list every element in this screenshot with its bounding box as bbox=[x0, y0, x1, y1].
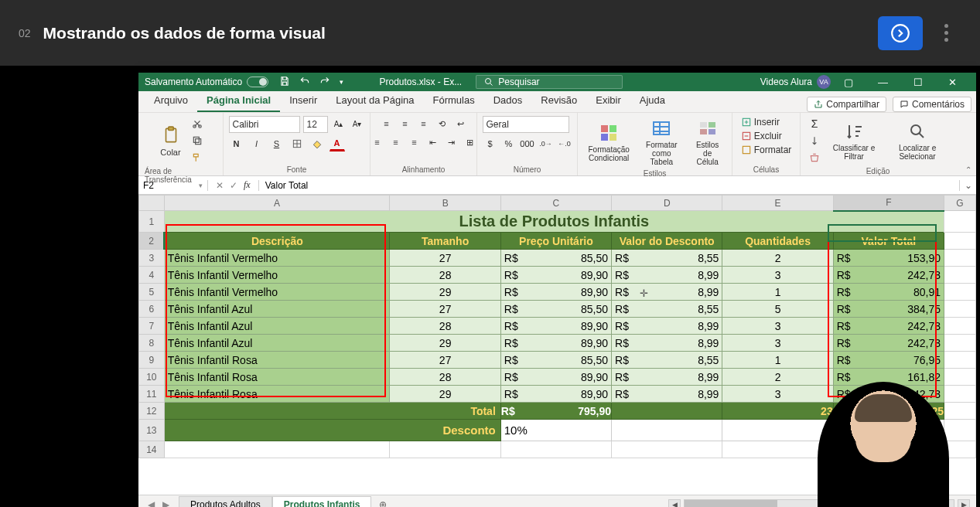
bold-icon[interactable]: N bbox=[229, 136, 244, 151]
col-header-F[interactable]: F bbox=[833, 196, 944, 211]
table-cell[interactable]: R$242,73 bbox=[833, 335, 944, 352]
menu-fórmulas[interactable]: Fórmulas bbox=[424, 90, 484, 112]
col-header-cell[interactable]: Preço Unitário bbox=[500, 233, 611, 250]
col-header-A[interactable]: A bbox=[164, 196, 390, 211]
sheet-tab[interactable]: Produtos Infantis bbox=[272, 496, 372, 507]
row-header-14[interactable]: 14 bbox=[139, 441, 165, 458]
enter-formula-icon[interactable]: ✓ bbox=[230, 180, 237, 191]
table-cell[interactable]: 27 bbox=[390, 301, 500, 318]
row-header-2[interactable]: 2 bbox=[139, 233, 165, 250]
row-header-4[interactable]: 4 bbox=[139, 267, 165, 284]
increase-font-icon[interactable]: A▴ bbox=[331, 116, 347, 131]
table-cell[interactable]: R$80,91 bbox=[833, 284, 944, 301]
align-center-icon[interactable]: ≡ bbox=[388, 134, 404, 150]
table-cell[interactable]: R$8,99 bbox=[612, 318, 722, 335]
table-cell[interactable]: R$8,99 bbox=[612, 267, 722, 284]
conditional-formatting-button[interactable]: Formatação Condicional bbox=[584, 121, 633, 164]
col-header-cell[interactable]: Quantidades bbox=[722, 233, 833, 250]
paste-button[interactable]: Colar bbox=[157, 123, 185, 158]
sheet-tab[interactable]: Produtos Adultos bbox=[179, 496, 272, 507]
table-cell[interactable]: Tênis Infantil Azul bbox=[164, 301, 390, 318]
autosum-icon[interactable]: Σ bbox=[807, 116, 822, 131]
table-cell[interactable]: Tênis Infantil Vermelho bbox=[164, 267, 390, 284]
delete-cells-button[interactable]: Excluir bbox=[739, 130, 784, 142]
find-select-button[interactable]: Localizar e Selecionar bbox=[886, 119, 949, 162]
fill-color-icon[interactable] bbox=[309, 136, 325, 151]
table-cell[interactable]: R$89,90 bbox=[500, 369, 611, 386]
font-color-icon[interactable]: A bbox=[330, 136, 345, 151]
align-top-icon[interactable]: ≡ bbox=[379, 116, 394, 131]
col-header-cell[interactable]: Descrição bbox=[164, 233, 390, 250]
table-cell[interactable]: R$384,75 bbox=[833, 301, 944, 318]
clear-icon[interactable] bbox=[807, 150, 822, 165]
number-format-select[interactable]: Geral bbox=[483, 116, 569, 133]
cell-styles-button[interactable]: Estilos de Célula bbox=[689, 116, 726, 168]
table-cell[interactable]: Tênis Infantil Vermelho bbox=[164, 284, 390, 301]
menu-ajuda[interactable]: Ajuda bbox=[630, 90, 674, 112]
row-header-5[interactable]: 5 bbox=[139, 284, 165, 301]
decrease-decimal-icon[interactable]: ←.0 bbox=[557, 136, 572, 151]
align-bottom-icon[interactable]: ≡ bbox=[416, 116, 432, 131]
menu-dados[interactable]: Dados bbox=[484, 90, 532, 112]
row-header-10[interactable]: 10 bbox=[139, 369, 165, 386]
table-cell[interactable]: 28 bbox=[390, 369, 500, 386]
table-cell[interactable]: R$89,90 bbox=[500, 318, 611, 335]
total-desconto[interactable] bbox=[612, 403, 722, 420]
minimize-icon[interactable]: — bbox=[866, 77, 900, 88]
save-icon[interactable] bbox=[279, 76, 290, 89]
table-cell[interactable]: 3 bbox=[722, 386, 833, 403]
decrease-font-icon[interactable]: A▾ bbox=[350, 116, 365, 131]
table-cell[interactable]: Tênis Infantil Vermelho bbox=[164, 250, 390, 267]
table-cell[interactable]: R$242,73 bbox=[833, 318, 944, 335]
col-header-B[interactable]: B bbox=[390, 196, 500, 211]
col-header-cell[interactable]: Valor Total bbox=[833, 233, 944, 250]
col-header-cell[interactable]: Valor do Desconto bbox=[612, 233, 722, 250]
font-family-select[interactable]: Calibri bbox=[229, 116, 300, 133]
table-cell[interactable]: 2 bbox=[722, 250, 833, 267]
table-cell[interactable]: 29 bbox=[390, 386, 500, 403]
row-header-6[interactable]: 6 bbox=[139, 301, 165, 318]
row-header-3[interactable]: 3 bbox=[139, 250, 165, 267]
table-title[interactable]: Lista de Produtos Infantis bbox=[164, 211, 944, 233]
select-all-corner[interactable] bbox=[139, 196, 165, 211]
collapse-ribbon-icon[interactable]: ⌃ bbox=[965, 165, 971, 174]
table-cell[interactable]: 3 bbox=[722, 267, 833, 284]
col-header-C[interactable]: C bbox=[500, 196, 611, 211]
font-size-select[interactable]: 12 bbox=[303, 116, 328, 133]
row-header-1[interactable]: 1 bbox=[139, 211, 165, 233]
row-header-13[interactable]: 13 bbox=[139, 420, 165, 441]
table-cell[interactable]: R$85,50 bbox=[500, 352, 611, 369]
col-header-D[interactable]: D bbox=[612, 196, 722, 211]
menu-exibir[interactable]: Exibir bbox=[586, 90, 630, 112]
format-painter-icon[interactable] bbox=[190, 150, 205, 165]
user-avatar[interactable]: VA bbox=[817, 75, 831, 89]
desconto-label[interactable]: Desconto bbox=[164, 420, 500, 441]
undo-icon[interactable] bbox=[299, 76, 310, 89]
table-cell[interactable]: R$89,90 bbox=[500, 284, 611, 301]
col-header-cell[interactable]: Tamanho bbox=[390, 233, 500, 250]
format-cells-button[interactable]: Formatar bbox=[739, 144, 794, 156]
cut-icon[interactable] bbox=[190, 116, 205, 131]
comma-icon[interactable]: 000 bbox=[520, 136, 535, 151]
maximize-icon[interactable]: ☐ bbox=[900, 77, 935, 88]
autosave-toggle[interactable] bbox=[247, 77, 268, 87]
total-preco[interactable]: R$795,90 bbox=[500, 403, 611, 420]
table-cell[interactable]: R$89,90 bbox=[500, 335, 611, 352]
row-header-8[interactable]: 8 bbox=[139, 335, 165, 352]
merge-icon[interactable]: ⊞ bbox=[463, 134, 478, 150]
insert-cells-button[interactable]: Inserir bbox=[739, 116, 781, 128]
table-cell[interactable]: R$8,99 bbox=[612, 369, 722, 386]
table-cell[interactable]: R$153,90 bbox=[833, 250, 944, 267]
table-cell[interactable]: 1 bbox=[722, 352, 833, 369]
menu-página-inicial[interactable]: Página Inicial bbox=[197, 90, 280, 112]
desconto-value[interactable]: 10% bbox=[500, 420, 611, 441]
table-cell[interactable]: R$8,55 bbox=[612, 301, 722, 318]
table-cell[interactable]: R$85,50 bbox=[500, 250, 611, 267]
comments-button[interactable]: Comentários bbox=[893, 97, 971, 112]
percent-icon[interactable]: % bbox=[501, 136, 517, 151]
decrease-indent-icon[interactable]: ⇤ bbox=[425, 134, 441, 150]
close-icon[interactable]: ✕ bbox=[935, 77, 970, 88]
table-cell[interactable]: 29 bbox=[390, 335, 500, 352]
table-cell[interactable]: 27 bbox=[390, 250, 500, 267]
format-as-table-button[interactable]: Formatar como Tabela bbox=[638, 116, 685, 168]
